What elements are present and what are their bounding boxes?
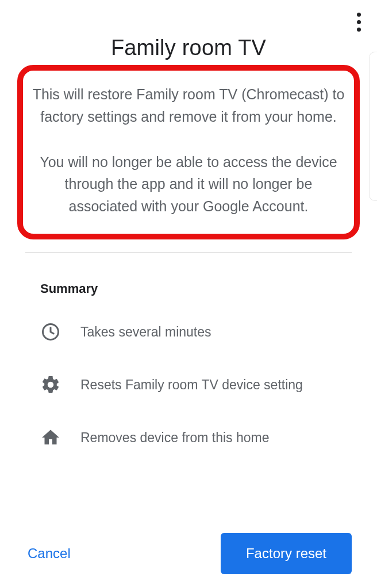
action-bar: Cancel Factory reset bbox=[0, 533, 377, 574]
summary-item-label: Takes several minutes bbox=[77, 323, 211, 341]
home-icon bbox=[40, 427, 77, 448]
page-title: Family room TV bbox=[0, 36, 377, 60]
summary-item-label: Removes device from this home bbox=[77, 428, 270, 447]
warning-paragraph-2: You will no longer be able to access the… bbox=[32, 151, 345, 218]
summary-item-remove: Removes device from this home bbox=[40, 427, 337, 448]
gear-icon bbox=[40, 374, 77, 395]
clock-icon bbox=[40, 322, 77, 342]
summary-item-reset: Resets Family room TV device setting bbox=[40, 374, 337, 395]
summary-section: Summary Takes several minutes Resets Fam… bbox=[40, 281, 337, 448]
more-options-icon[interactable] bbox=[351, 10, 367, 33]
scroll-indicator bbox=[369, 52, 377, 201]
factory-reset-button[interactable]: Factory reset bbox=[221, 533, 352, 574]
warning-highlight-box: This will restore Family room TV (Chrome… bbox=[17, 65, 360, 239]
warning-paragraph-1: This will restore Family room TV (Chrome… bbox=[32, 83, 345, 128]
summary-heading: Summary bbox=[40, 281, 337, 296]
section-divider bbox=[25, 252, 352, 253]
summary-item-label: Resets Family room TV device setting bbox=[77, 376, 303, 394]
summary-item-time: Takes several minutes bbox=[40, 322, 337, 342]
cancel-button[interactable]: Cancel bbox=[25, 541, 73, 566]
